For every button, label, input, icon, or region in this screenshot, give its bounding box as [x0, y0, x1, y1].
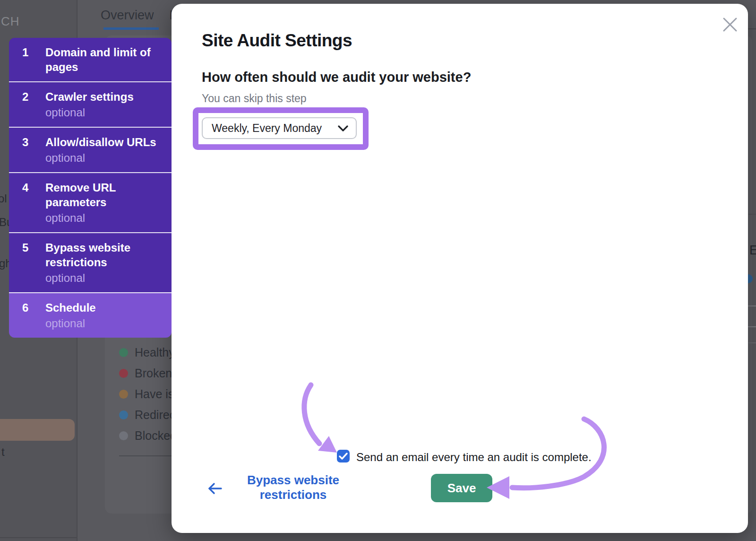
step-optional-label: optional	[45, 150, 162, 165]
skip-hint: You can skip this step	[202, 92, 307, 105]
redirects-dot-icon	[119, 410, 128, 419]
back-button[interactable]	[207, 482, 223, 497]
tab-overview[interactable]: Overview	[101, 8, 154, 23]
close-icon	[722, 17, 738, 32]
step-optional-label: optional	[45, 316, 162, 331]
step-number: 6	[22, 300, 41, 315]
schedule-select-value: Weekly, Every Monday	[212, 122, 338, 135]
arrow-left-icon	[207, 482, 223, 495]
screen: CH ol Bu gh t Overview I Healthy Broken …	[0, 0, 756, 541]
healthy-dot-icon	[119, 348, 128, 357]
broken-dot-icon	[119, 369, 128, 378]
step-bypass-website-restrictions[interactable]: 5 Bypass website restrictions optional	[9, 232, 172, 292]
save-button[interactable]: Save	[431, 474, 492, 502]
backdrop-divider	[748, 214, 756, 215]
email-checkbox[interactable]	[337, 450, 350, 462]
step-remove-url-parameters[interactable]: 4 Remove URL parameters optional	[9, 172, 172, 232]
step-number: 1	[22, 45, 41, 60]
setup-steps-sidebar: 1 Domain and limit of pages 2 Crawler se…	[9, 38, 172, 338]
step-number: 2	[22, 89, 41, 104]
step-domain-and-limit[interactable]: 1 Domain and limit of pages	[9, 38, 172, 81]
search-label-fragment: CH	[1, 14, 20, 29]
step-title: Allow/disallow URLs	[45, 135, 163, 149]
step-number: 3	[22, 135, 41, 149]
step-title: Remove URL parameters	[45, 180, 163, 209]
have-issues-dot-icon	[119, 390, 128, 399]
schedule-select[interactable]: Weekly, Every Monday	[202, 117, 357, 139]
site-audit-settings-modal: Site Audit Settings How often should we …	[172, 4, 748, 533]
bypass-link-line1: Bypass website	[242, 473, 344, 488]
chevron-down-icon	[338, 125, 348, 131]
step-optional-label: optional	[45, 105, 162, 120]
email-checkbox-label: Send an email every time an audit is com…	[356, 451, 592, 464]
schedule-select-highlight-frame: Weekly, Every Monday	[193, 107, 369, 150]
step-title: Schedule	[45, 300, 163, 315]
active-tab-underline	[103, 27, 159, 30]
step-optional-label: optional	[45, 210, 162, 225]
backdrop-divider	[748, 342, 756, 343]
backdrop-text-fragment: E	[749, 243, 756, 258]
step-title: Domain and limit of pages	[45, 45, 163, 74]
rail-text-fragment: ol	[0, 192, 7, 205]
step-schedule-active[interactable]: 6 Schedule optional	[9, 292, 172, 338]
modal-title: Site Audit Settings	[202, 31, 352, 51]
close-button[interactable]	[720, 14, 740, 35]
step-optional-label: optional	[45, 270, 162, 285]
bypass-website-restrictions-link[interactable]: Bypass website restrictions	[242, 473, 344, 502]
rail-selected-row	[0, 419, 75, 441]
step-title: Bypass website restrictions	[45, 240, 163, 270]
step-title: Crawler settings	[45, 89, 163, 104]
backdrop-divider	[748, 28, 756, 29]
bypass-link-line2: restrictions	[242, 488, 344, 502]
step-allow-disallow-urls[interactable]: 3 Allow/disallow URLs optional	[9, 127, 172, 172]
rail-text-fragment: t	[1, 445, 5, 459]
blocked-dot-icon	[119, 431, 128, 440]
schedule-question: How often should we audit your website?	[202, 70, 471, 85]
step-number: 5	[22, 240, 41, 255]
rail-divider	[0, 537, 77, 538]
checkmark-icon	[339, 453, 348, 460]
step-crawler-settings[interactable]: 2 Crawler settings optional	[9, 81, 172, 127]
step-number: 4	[22, 180, 41, 195]
